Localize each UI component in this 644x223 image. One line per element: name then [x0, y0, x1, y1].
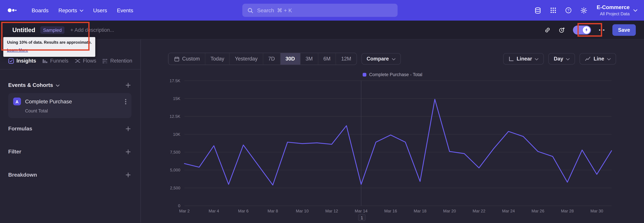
- svg-text:Mar 28: Mar 28: [561, 209, 574, 213]
- plus-icon: [126, 82, 130, 87]
- svg-text:Mar 2: Mar 2: [179, 209, 190, 213]
- settings-button[interactable]: [580, 7, 587, 14]
- kebab-icon: [125, 99, 126, 104]
- learn-more-link[interactable]: Learn More: [7, 48, 28, 53]
- sampling-toggle[interactable]: [573, 25, 591, 34]
- svg-text:Mar 14: Mar 14: [355, 209, 368, 213]
- project-name: E-Commerce: [597, 4, 630, 11]
- nav-item-label: Events: [117, 7, 133, 14]
- chart-panel: Custom Today Yesterday: [141, 40, 644, 223]
- date-range-option[interactable]: 6M: [318, 53, 336, 65]
- svg-text:Mar 16: Mar 16: [384, 209, 397, 213]
- date-range-option[interactable]: 30D: [280, 53, 300, 65]
- svg-text:10K: 10K: [173, 132, 180, 137]
- retention-dots-icon: [102, 58, 108, 64]
- nav-item-label: Users: [93, 7, 107, 14]
- event-metric[interactable]: Count Total: [25, 108, 126, 113]
- svg-text:15K: 15K: [173, 96, 180, 101]
- nav-item[interactable]: Reports: [54, 4, 88, 16]
- svg-text:Mar 18: Mar 18: [414, 209, 426, 213]
- event-letter-badge: A: [13, 97, 21, 105]
- lightning-icon: [585, 28, 588, 32]
- svg-text:Mar 12: Mar 12: [325, 209, 338, 213]
- date-range-option[interactable]: Today: [205, 53, 229, 65]
- date-range-option[interactable]: 12M: [336, 53, 356, 65]
- line-chart[interactable]: 02,5005,0007,50010K12.5K15K17.5KMar 2Mar…: [159, 79, 615, 216]
- chevron-down-icon: [607, 58, 611, 60]
- events-cohorts-title[interactable]: Events & Cohorts: [8, 82, 60, 88]
- sidebar-sections: Formulas Filter: [0, 118, 140, 178]
- tab-retention[interactable]: Retention: [102, 58, 132, 64]
- calendar-icon: [174, 56, 179, 61]
- date-range-option[interactable]: Custom: [168, 53, 205, 65]
- svg-text:Mar 26: Mar 26: [532, 209, 544, 213]
- svg-text:Mar 10: Mar 10: [296, 209, 308, 213]
- search-icon: [247, 7, 254, 14]
- help-icon: ?: [565, 7, 572, 14]
- help-button[interactable]: ?: [565, 7, 572, 14]
- date-range-group: Custom Today Yesterday: [168, 53, 357, 65]
- link-icon: [544, 27, 550, 33]
- page-indicator[interactable]: 1: [358, 214, 366, 221]
- search-input[interactable]: [257, 7, 392, 14]
- granularity-select[interactable]: Day: [548, 53, 575, 65]
- event-name[interactable]: Complete Purchase: [25, 98, 72, 104]
- scale-select[interactable]: Linear: [503, 53, 544, 65]
- add-event-button[interactable]: [126, 82, 130, 87]
- funnels-bars-icon: [42, 58, 48, 64]
- sidebar-section-label: Breakdown: [8, 172, 37, 178]
- nav-item[interactable]: Users: [88, 4, 112, 16]
- nav-item[interactable]: Boards: [27, 4, 53, 16]
- save-button[interactable]: Save: [612, 24, 636, 36]
- date-range-option[interactable]: 7D: [263, 53, 280, 65]
- sidebar-section: Formulas: [8, 126, 131, 132]
- set-alert-button[interactable]: [558, 27, 565, 33]
- sidebar-section: Breakdown: [8, 172, 131, 178]
- insights-check-icon: [8, 58, 14, 64]
- project-switcher[interactable]: E-Commerce All Project Data: [597, 4, 638, 16]
- svg-text:Mar 30: Mar 30: [590, 209, 603, 213]
- copy-link-button[interactable]: [544, 27, 550, 33]
- top-navbar: Boards Reports Users Events: [0, 0, 644, 21]
- grid-apps-icon: [550, 7, 556, 14]
- date-range-option[interactable]: Yesterday: [230, 53, 263, 65]
- add-section-item-button[interactable]: [126, 126, 130, 131]
- more-actions-button[interactable]: [599, 29, 604, 31]
- add-description[interactable]: + Add description...: [70, 27, 114, 33]
- tab-funnels[interactable]: Funnels: [42, 58, 68, 64]
- tab-flows[interactable]: Flows: [75, 58, 96, 64]
- event-options-button[interactable]: [125, 99, 126, 104]
- axis-icon: [508, 56, 514, 61]
- query-sidebar: Insights Funnels Flows: [0, 40, 141, 223]
- ellipsis-icon: [599, 29, 604, 31]
- event-card[interactable]: A Complete Purchase Count Total: [8, 93, 132, 118]
- chart-type-select[interactable]: Line: [580, 53, 616, 65]
- toolbar-actions: Save: [544, 24, 636, 36]
- add-section-item-button[interactable]: [126, 172, 130, 177]
- svg-text:Mar 6: Mar 6: [238, 209, 249, 213]
- date-range-option[interactable]: 3M: [300, 53, 318, 65]
- global-search[interactable]: [242, 4, 398, 17]
- sampled-badge[interactable]: Sampled: [40, 26, 64, 34]
- compare-button[interactable]: Compare: [361, 53, 401, 65]
- report-toolbar: Untitled Sampled + Add description...: [0, 21, 644, 40]
- report-title[interactable]: Untitled: [12, 26, 35, 33]
- gear-icon: [580, 7, 587, 14]
- mixpanel-logo-icon[interactable]: [8, 8, 17, 13]
- svg-text:0: 0: [178, 203, 180, 208]
- svg-text:5,000: 5,000: [170, 168, 180, 172]
- chevron-down-icon: [56, 84, 60, 87]
- nav-item[interactable]: Events: [112, 4, 138, 16]
- chevron-down-icon: [392, 58, 396, 60]
- workspace: Insights Funnels Flows: [0, 40, 644, 223]
- svg-text:7,500: 7,500: [170, 150, 180, 154]
- chart-legend: Complete Purchase - Total: [141, 72, 644, 77]
- plus-icon: [126, 172, 130, 177]
- chevron-down-icon: [633, 9, 637, 12]
- tab-insights[interactable]: Insights: [8, 58, 36, 64]
- add-section-item-button[interactable]: [126, 149, 130, 154]
- data-management-button[interactable]: [534, 7, 541, 14]
- nav-item-label: Reports: [58, 7, 77, 14]
- chevron-down-icon: [535, 58, 538, 60]
- apps-menu-button[interactable]: [550, 7, 556, 14]
